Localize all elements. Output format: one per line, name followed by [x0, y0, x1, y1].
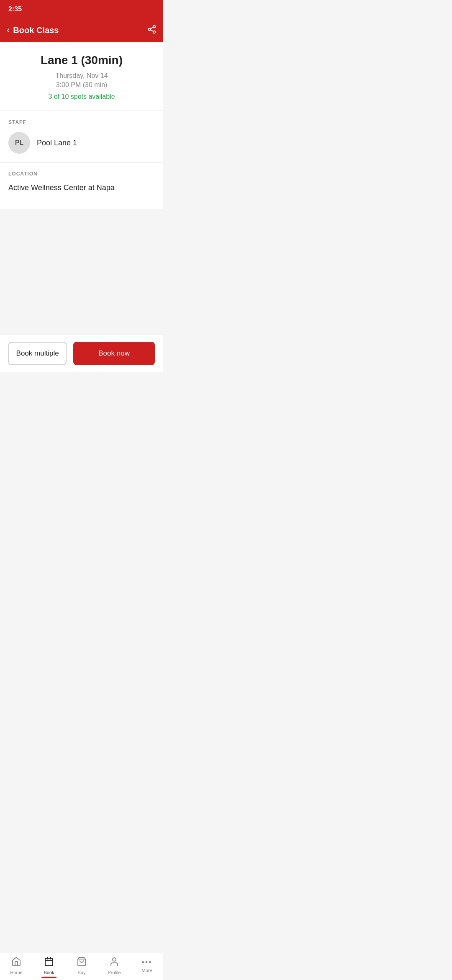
staff-section: STAFF PL Pool Lane 1: [0, 111, 163, 162]
class-date: Thursday, Nov 14: [8, 72, 155, 80]
staff-avatar: PL: [8, 132, 30, 154]
status-bar: 2:35: [0, 0, 163, 18]
share-button[interactable]: [147, 25, 157, 36]
empty-space: [0, 209, 163, 335]
book-now-button[interactable]: Book now: [73, 342, 155, 365]
class-time: 3:00 PM (30 min): [8, 81, 155, 89]
svg-line-3: [151, 30, 153, 31]
spots-available: 3 of 10 spots available: [8, 93, 155, 101]
back-button[interactable]: ‹: [7, 25, 10, 36]
book-multiple-button[interactable]: Book multiple: [8, 342, 67, 365]
location-section-label: LOCATION: [8, 171, 155, 177]
staff-section-label: STAFF: [8, 119, 155, 125]
header-left: ‹ Book Class: [7, 25, 59, 36]
class-title-section: Lane 1 (30min) Thursday, Nov 14 3:00 PM …: [0, 42, 163, 111]
bottom-buttons: Book multiple Book now: [0, 335, 163, 372]
class-title: Lane 1 (30min): [8, 54, 155, 67]
staff-initials: PL: [15, 139, 23, 147]
main-content: Lane 1 (30min) Thursday, Nov 14 3:00 PM …: [0, 42, 163, 209]
header-title: Book Class: [13, 26, 59, 35]
location-name: Active Wellness Center at Napa: [8, 183, 155, 192]
staff-name: Pool Lane 1: [37, 139, 77, 147]
status-time: 2:35: [8, 5, 22, 13]
header: ‹ Book Class: [0, 18, 163, 42]
staff-row: PL Pool Lane 1: [8, 132, 155, 154]
location-section: LOCATION Active Wellness Center at Napa: [0, 162, 163, 201]
svg-line-4: [151, 27, 153, 28]
